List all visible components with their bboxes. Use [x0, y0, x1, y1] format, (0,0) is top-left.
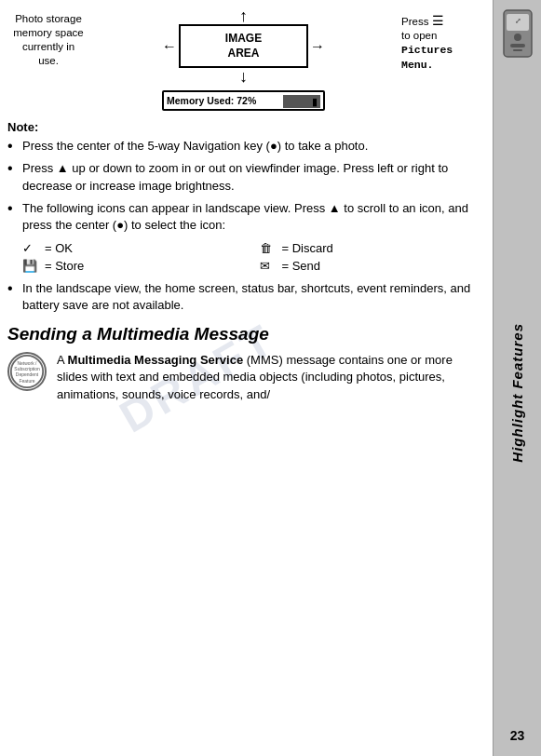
ok-icon: ✓ — [22, 241, 39, 255]
bullet-item-2: • Press ▲ up or down to zoom in or out o… — [7, 160, 481, 194]
phone-illustration: ⤢ — [501, 9, 534, 58]
svg-rect-8 — [510, 44, 525, 47]
svg-text:Dependent: Dependent — [16, 373, 39, 378]
press-label: Press ☰ to open Pictures Menu. — [398, 7, 481, 73]
ok-label: = OK — [45, 241, 73, 255]
discard-icon: 🗑 — [260, 241, 277, 255]
press-line1: Press — [401, 16, 428, 27]
image-area-row: ← IMAGE AREA → — [162, 24, 325, 68]
pictures-menu-label: Pictures Menu. — [401, 44, 453, 71]
sending-heading: Sending a Multimedia Message — [7, 324, 481, 345]
memory-bar: Memory Used: 72% ▮ — [162, 90, 325, 111]
bullet-item-3: • The following icons can appear in land… — [7, 200, 481, 234]
vertical-text-container: Highlight Features — [509, 58, 525, 728]
discard-label: = Discard — [282, 241, 333, 255]
memory-bar-indicator: ▮ — [312, 96, 318, 108]
sending-section: Sending a Multimedia Message Network / S… — [7, 324, 481, 403]
mms-abbrev: (MMS) — [243, 353, 283, 367]
bullet-list: • Press the center of the 5-way Navigati… — [7, 138, 481, 234]
mms-service-bold: Multimedia Messaging Service — [68, 353, 244, 367]
down-arrow-icon: ↓ — [239, 68, 248, 85]
photo-label-line1: Photo storage — [15, 13, 82, 24]
network-badge-svg: Network / Subscription Dependent Feature — [9, 352, 45, 391]
sidebar-top: ⤢ — [501, 9, 534, 58]
legend-ok: ✓ = OK — [22, 241, 245, 255]
icon-legend: ✓ = OK 🗑 = Discard 💾 = Store ✉ = Send — [22, 241, 481, 273]
store-label: = Store — [45, 259, 84, 273]
bullet-list-landscape: • In the landscape view, the home screen… — [7, 280, 481, 314]
bullet-dot-1: • — [7, 138, 19, 155]
left-arrow-icon: ← — [162, 38, 177, 55]
bullet-text-landscape: In the landscape view, the home screen, … — [22, 280, 481, 314]
up-arrow-icon: ↑ — [239, 7, 248, 24]
network-badge: Network / Subscription Dependent Feature — [7, 352, 49, 391]
page-number: 23 — [510, 728, 525, 743]
network-badge-circle: Network / Subscription Dependent Feature — [7, 352, 47, 391]
photo-label-line2: memory space — [13, 27, 83, 38]
menu-icon: ☰ — [432, 13, 444, 28]
right-arrow-icon: → — [310, 38, 325, 55]
image-area-label-line1: IMAGE — [192, 32, 295, 47]
svg-text:⤢: ⤢ — [514, 17, 521, 25]
mms-text: A Multimedia Messaging Service (MMS) mes… — [57, 352, 481, 403]
legend-discard: 🗑 = Discard — [260, 241, 482, 255]
bullet-text-1: Press the center of the 5-way Navigation… — [22, 138, 481, 155]
bullet-item-landscape: • In the landscape view, the home screen… — [7, 280, 481, 314]
bullet-dot-2: • — [7, 160, 19, 177]
legend-send: ✉ = Send — [260, 259, 482, 273]
svg-text:Subscription: Subscription — [14, 367, 40, 371]
memory-bar-label: Memory Used: 72% — [167, 95, 256, 106]
photo-label-line3: currently in — [22, 41, 74, 52]
image-area-label-line2: AREA — [192, 47, 295, 61]
diagram-center: ↑ ← IMAGE AREA → ↓ Memory Used: 72 — [89, 7, 398, 111]
legend-store: 💾 = Store — [22, 259, 245, 273]
sidebar: ⤢ Highlight Features 23 — [493, 0, 541, 756]
bullet-dot-landscape: • — [7, 280, 19, 297]
svg-text:Feature: Feature — [19, 379, 34, 384]
svg-rect-9 — [513, 49, 522, 51]
svg-text:Network /: Network / — [18, 361, 38, 366]
mms-section: Network / Subscription Dependent Feature… — [7, 352, 481, 403]
send-icon: ✉ — [260, 259, 277, 273]
send-label: = Send — [282, 259, 321, 273]
bullet-item-1: • Press the center of the 5-way Navigati… — [7, 138, 481, 155]
bullet-dot-3: • — [7, 200, 19, 217]
bullet-text-2: Press ▲ up or down to zoom in or out on … — [22, 160, 481, 194]
svg-point-7 — [514, 34, 521, 41]
press-line2: to open — [401, 30, 437, 41]
image-area-box: IMAGE AREA — [179, 24, 308, 68]
store-icon: 💾 — [22, 259, 39, 273]
bullet-text-3: The following icons can appear in landsc… — [22, 200, 481, 234]
diagram-section: Photo storage memory space currently in … — [7, 7, 481, 111]
note-heading: Note: — [7, 120, 481, 134]
photo-label-line4: use. — [38, 55, 59, 66]
note-section: Note: • Press the center of the 5-way Na… — [7, 120, 481, 314]
mms-intro-text: A — [57, 353, 68, 367]
photo-label: Photo storage memory space currently in … — [7, 7, 89, 68]
sidebar-vertical-label: Highlight Features — [509, 323, 525, 463]
